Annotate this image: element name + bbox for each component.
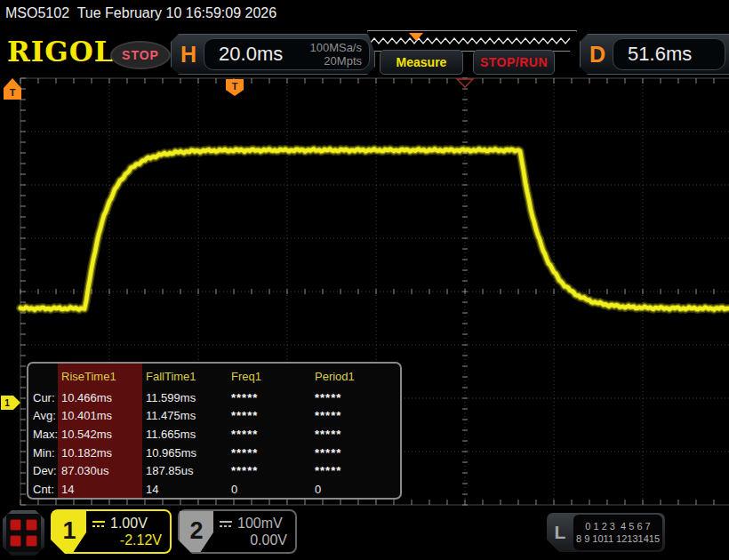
- cell: *****: [311, 425, 400, 444]
- row-label: Cnt:: [28, 480, 58, 499]
- row-label: Dev:: [28, 461, 58, 480]
- cell: *****: [311, 461, 400, 480]
- col-header-falltime[interactable]: FallTime1: [142, 364, 228, 388]
- quick-menu-button[interactable]: [3, 510, 44, 556]
- channel1-tab: 1: [52, 511, 86, 552]
- row-label: Min:: [28, 444, 58, 462]
- cell: *****: [228, 407, 311, 426]
- cell: *****: [311, 388, 400, 407]
- cell: 14: [142, 480, 228, 499]
- cell: 10.466ms: [58, 388, 142, 407]
- cell: 11.665ms: [142, 425, 228, 444]
- trigger-position-marker-icon[interactable]: T: [226, 79, 244, 96]
- col-header-freq[interactable]: Freq1: [228, 364, 311, 388]
- svg-text:T: T: [10, 87, 16, 98]
- cell: 187.85us: [142, 461, 228, 480]
- cell: *****: [228, 425, 311, 444]
- cell: *****: [311, 407, 400, 426]
- cell: 87.030us: [58, 461, 142, 480]
- cell: 11.475ms: [142, 407, 228, 426]
- cell: 10.182ms: [58, 444, 142, 462]
- oscilloscope-screen: MSO5102 Tue February 10 16:59:09 2026 RI…: [0, 0, 729, 560]
- digital-channels-row2: 8 9 1011 12131415: [573, 532, 662, 545]
- dc-coupling-icon: [92, 519, 106, 528]
- svg-text:1: 1: [4, 398, 10, 408]
- channel1-offset: -2.12V: [86, 532, 170, 548]
- digital-channel-list: 0 1 2 3 4 5 6 7 8 9 1011 12131415: [573, 515, 662, 550]
- channel2-number: 2: [189, 517, 203, 545]
- row-label: Cur:: [28, 388, 58, 407]
- cell: 0: [228, 480, 311, 499]
- digital-channels-row1: 0 1 2 3 4 5 6 7: [573, 520, 662, 532]
- col-header-risetime[interactable]: RiseTime1: [58, 364, 142, 388]
- cell: *****: [311, 444, 400, 462]
- cell: 0: [311, 480, 400, 499]
- screen-center-marker-icon: [457, 79, 473, 87]
- channel1-scale: 1.00V: [110, 516, 148, 532]
- cell: *****: [228, 461, 311, 480]
- cell: 10.542ms: [58, 425, 142, 444]
- row-label: Avg:: [28, 407, 58, 426]
- col-header-period[interactable]: Period1: [311, 364, 400, 388]
- dc-coupling-icon: [219, 519, 233, 528]
- channel2-offset: 0.00V: [213, 532, 295, 548]
- channel2-scale: 100mV: [237, 516, 283, 532]
- ch1-ground-marker-icon[interactable]: 1: [1, 396, 20, 410]
- row-label: Max:: [28, 425, 58, 444]
- cell: 10.965ms: [142, 444, 228, 462]
- channel1-number: 1: [62, 517, 76, 545]
- cell: *****: [228, 388, 311, 407]
- grid-squares-icon: [6, 514, 41, 552]
- cell: 11.599ms: [142, 388, 228, 407]
- cell: *****: [228, 444, 311, 462]
- ch1-trace: [20, 149, 728, 310]
- channel1-badge[interactable]: 1 1.00V -2.12V: [51, 509, 172, 554]
- trigger-level-marker-icon[interactable]: T: [4, 78, 21, 100]
- svg-text:T: T: [232, 81, 238, 92]
- measurement-table[interactable]: RiseTime1 FallTime1 Freq1 Period1 Cur: 1…: [27, 362, 402, 500]
- cell: 10.401ms: [58, 407, 142, 426]
- logic-analyzer-badge[interactable]: L 0 1 2 3 4 5 6 7 8 9 1011 12131415: [547, 513, 665, 552]
- cell: 14: [58, 480, 142, 499]
- channel2-tab: 2: [180, 511, 213, 552]
- channel2-badge[interactable]: 2 100mV 0.00V: [178, 509, 297, 554]
